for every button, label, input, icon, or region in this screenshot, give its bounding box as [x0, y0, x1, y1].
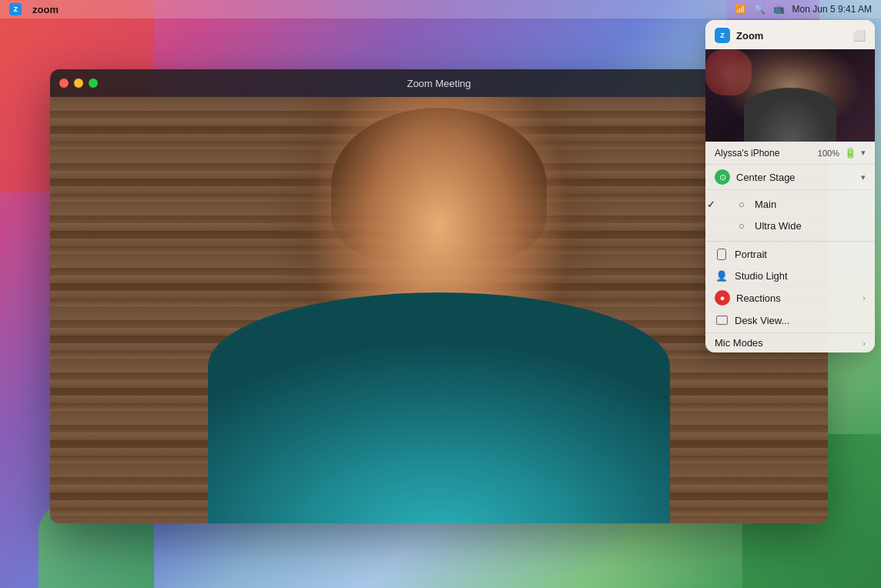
menubar-app-icon[interactable]: Z: [9, 3, 22, 15]
ultrawide-camera-icon: ○: [735, 219, 749, 232]
center-stage-row[interactable]: ⊙ Center Stage ▾: [705, 165, 875, 190]
device-name: Alyssa's iPhone: [715, 148, 813, 159]
camera-option-ultrawide[interactable]: ○ Ultra Wide: [705, 215, 875, 236]
separator-1: [705, 241, 875, 242]
notif-app-name: Zoom: [736, 30, 846, 42]
screen-mirror-icon[interactable]: 📺: [773, 4, 785, 15]
camera-option-main[interactable]: ✓ ○ Main: [705, 193, 875, 215]
portrait-icon: [715, 247, 729, 261]
video-thumbnail: [705, 49, 875, 142]
battery-icon: 🔋: [844, 147, 856, 159]
camera-options-section: ✓ ○ Main ○ Ultra Wide: [705, 190, 875, 239]
center-stage-icon: ⊙: [715, 169, 730, 185]
checkmark-icon: ✓: [707, 199, 715, 210]
reactions-label: Reactions: [736, 292, 856, 304]
reactions-arrow-icon: ›: [863, 293, 866, 302]
mic-modes-label: Mic Modes: [715, 337, 863, 349]
person-jacket: [208, 292, 670, 523]
thumbnail-jacket: [744, 88, 836, 142]
notif-header: Z Zoom ⬜: [705, 20, 875, 49]
window-title: Zoom Meeting: [407, 78, 471, 89]
camera-ultrawide-label: Ultra Wide: [755, 220, 866, 232]
menubar-app-name[interactable]: zoom: [32, 4, 59, 15]
window-close-button[interactable]: [59, 79, 69, 88]
zoom-notification-panel: Z Zoom ⬜ Alyssa's iPhone 100% 🔋 ▾ ⊙ Cent…: [705, 20, 875, 352]
wifi-icon: 📶: [735, 4, 746, 15]
center-stage-chevron-icon[interactable]: ▾: [861, 172, 866, 182]
main-camera-icon: ○: [735, 197, 749, 211]
search-icon[interactable]: 🔍: [754, 4, 765, 15]
mic-modes-arrow-icon: ›: [863, 339, 866, 348]
desk-view-label: Desk View...: [735, 315, 866, 326]
studio-light-icon: 👤: [715, 269, 729, 282]
desk-view-icon: [715, 313, 729, 327]
reactions-icon: ●: [715, 290, 730, 306]
person-figure: [169, 97, 708, 523]
device-info-row[interactable]: Alyssa's iPhone 100% 🔋 ▾: [705, 142, 875, 165]
studio-light-label: Studio Light: [735, 270, 866, 282]
screen-share-icon[interactable]: ⬜: [853, 29, 866, 42]
battery-percent: 100%: [818, 149, 839, 158]
portrait-option[interactable]: Portrait: [705, 243, 875, 265]
menubar: Z zoom 📶 🔍 📺 Mon Jun 5 9:41 AM: [0, 0, 881, 18]
window-controls: [59, 79, 98, 88]
portrait-label: Portrait: [735, 249, 866, 260]
camera-main-label: Main: [755, 199, 866, 210]
notif-app-icon: Z: [715, 28, 730, 43]
window-minimize-button[interactable]: [74, 79, 83, 88]
device-chevron-icon[interactable]: ▾: [861, 148, 866, 158]
center-stage-label: Center Stage: [736, 172, 855, 183]
studio-light-option[interactable]: 👤 Studio Light: [705, 265, 875, 286]
menubar-right: 📶 🔍 📺 Mon Jun 5 9:41 AM: [735, 4, 872, 15]
desk-view-option[interactable]: Desk View...: [705, 309, 875, 331]
menubar-left: Z zoom: [9, 3, 59, 15]
mic-modes-row[interactable]: Mic Modes ›: [705, 332, 875, 352]
menubar-datetime: Mon Jun 5 9:41 AM: [792, 4, 872, 15]
window-maximize-button[interactable]: [89, 79, 98, 88]
reactions-option[interactable]: ● Reactions ›: [705, 286, 875, 309]
